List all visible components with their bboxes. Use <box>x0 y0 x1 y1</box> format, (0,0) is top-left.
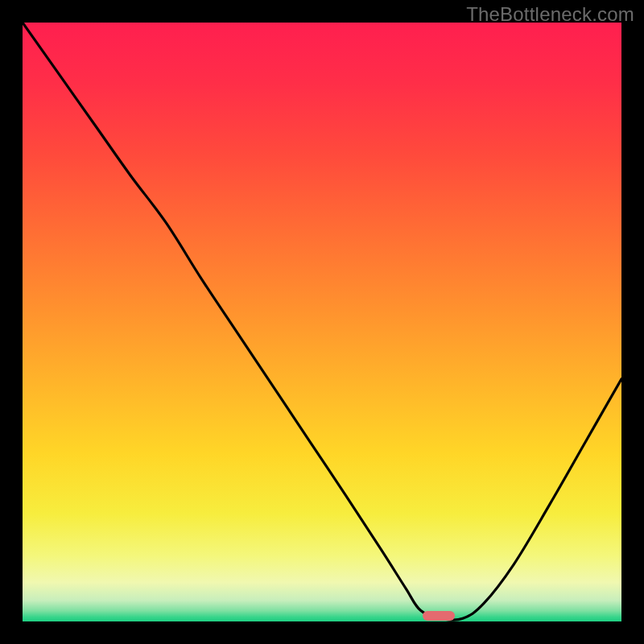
plot-area <box>23 23 621 621</box>
optimal-marker <box>423 611 455 621</box>
svg-rect-0 <box>23 23 621 621</box>
heat-gradient-background <box>23 23 621 621</box>
chart-frame: TheBottleneck.com <box>0 0 644 644</box>
watermark-text: TheBottleneck.com <box>466 3 634 26</box>
